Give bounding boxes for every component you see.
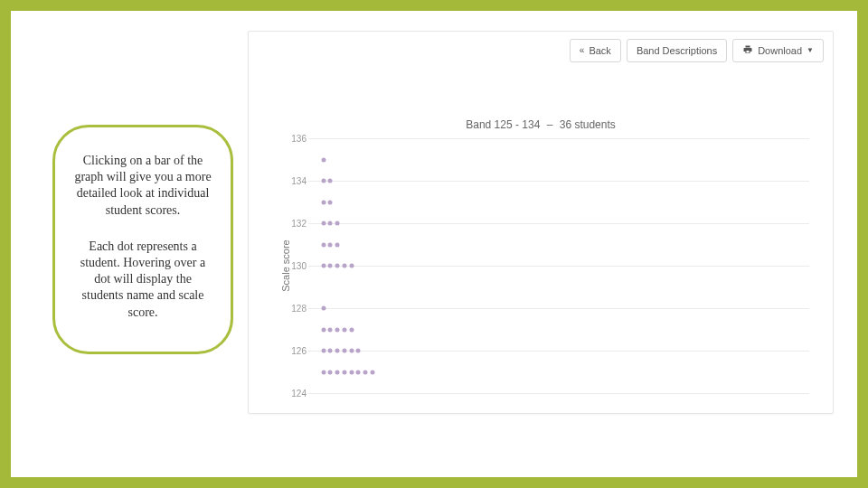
student-dot[interactable]: [328, 242, 333, 247]
print-icon: [742, 44, 753, 57]
student-dot[interactable]: [328, 327, 333, 332]
y-tick-label: 136: [288, 134, 307, 144]
student-dot[interactable]: [349, 370, 354, 374]
y-tick-label: 134: [288, 176, 307, 186]
back-button-label: Back: [589, 45, 610, 56]
student-dot[interactable]: [349, 264, 354, 268]
student-dot[interactable]: [321, 242, 326, 247]
y-tick-label: 124: [288, 389, 307, 399]
gridline: [308, 266, 809, 267]
student-dot[interactable]: [335, 327, 340, 332]
report-pane: « Back Band Descriptions Download ▼ Band…: [248, 31, 834, 414]
student-dot[interactable]: [356, 370, 361, 374]
student-dot[interactable]: [335, 221, 340, 226]
student-dot[interactable]: [342, 370, 346, 374]
student-dot[interactable]: [349, 349, 354, 353]
student-dot[interactable]: [328, 264, 333, 268]
gridline: [308, 181, 809, 182]
student-dot[interactable]: [328, 200, 333, 204]
student-dot[interactable]: [321, 306, 326, 311]
callout-paragraph: Each dot represents a student. Hovering …: [73, 239, 212, 321]
gridline: [308, 351, 809, 352]
download-button-label: Download: [758, 45, 802, 56]
toolbar: « Back Band Descriptions Download ▼: [570, 39, 824, 62]
student-dot[interactable]: [335, 370, 340, 374]
instruction-callout: Clicking on a bar of the graph will give…: [52, 125, 233, 354]
chevron-left-icon: «: [580, 46, 585, 55]
y-tick-label: 132: [288, 219, 307, 229]
y-tick-label: 126: [288, 346, 307, 356]
callout-paragraph: Clicking on a bar of the graph will give…: [73, 153, 212, 219]
y-tick-label: 130: [288, 261, 307, 271]
band-descriptions-button[interactable]: Band Descriptions: [627, 39, 727, 62]
plot-area[interactable]: 124126128130132134136: [308, 138, 809, 393]
gridline: [308, 308, 809, 309]
student-dot[interactable]: [321, 157, 326, 162]
chart-title-separator: –: [547, 118, 553, 131]
chart-title-count: 36 students: [560, 118, 616, 131]
student-dot[interactable]: [321, 349, 326, 353]
student-dot[interactable]: [342, 264, 346, 268]
gridline: [308, 223, 809, 224]
student-dot[interactable]: [356, 349, 361, 353]
band-descriptions-label: Band Descriptions: [637, 45, 717, 56]
student-dot[interactable]: [328, 370, 333, 374]
student-dot[interactable]: [321, 327, 326, 332]
student-dot[interactable]: [321, 200, 326, 204]
student-dot[interactable]: [342, 327, 346, 332]
chart-title-band: Band 125 - 134: [466, 118, 540, 131]
slide-frame: « Back Band Descriptions Download ▼ Band…: [0, 0, 868, 488]
student-dot[interactable]: [363, 370, 368, 374]
chart-area: Scale score 124126128130132134136: [290, 138, 809, 393]
student-dot[interactable]: [321, 179, 326, 183]
student-dot[interactable]: [335, 242, 340, 247]
gridline: [308, 393, 809, 394]
back-button[interactable]: « Back: [570, 39, 621, 62]
y-tick-label: 128: [288, 304, 307, 314]
student-dot[interactable]: [349, 327, 354, 332]
caret-down-icon: ▼: [807, 47, 814, 54]
student-dot[interactable]: [342, 349, 346, 353]
student-dot[interactable]: [328, 179, 333, 183]
student-dot[interactable]: [321, 370, 326, 374]
chart-title: Band 125 - 134 – 36 students: [466, 118, 616, 131]
student-dot[interactable]: [321, 264, 326, 268]
student-dot[interactable]: [321, 221, 326, 226]
student-dot[interactable]: [335, 349, 340, 353]
student-dot[interactable]: [370, 370, 374, 374]
student-dot[interactable]: [335, 264, 340, 268]
download-button[interactable]: Download ▼: [732, 39, 824, 62]
gridline: [308, 138, 809, 139]
student-dot[interactable]: [328, 221, 333, 226]
student-dot[interactable]: [328, 349, 333, 353]
